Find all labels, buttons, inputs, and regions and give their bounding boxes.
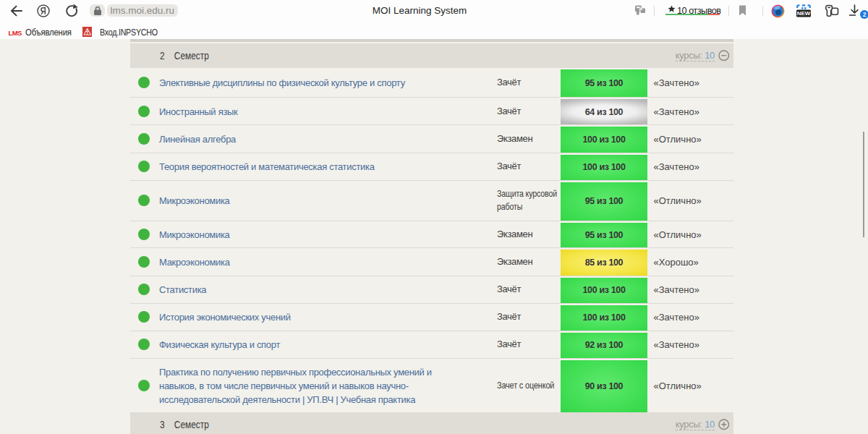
svg-text:NEW: NEW: [797, 10, 811, 17]
